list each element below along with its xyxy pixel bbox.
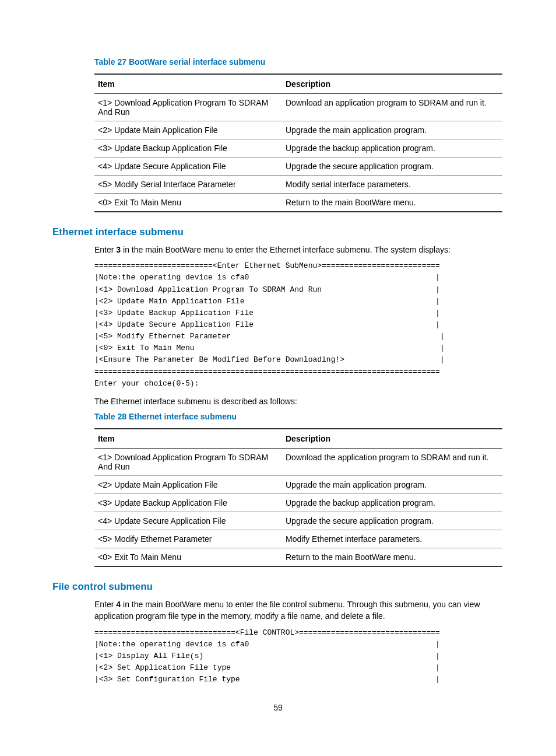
table-row: <5> Modify Ethernet ParameterModify Ethe… xyxy=(94,530,502,548)
table-cell-desc: Modify serial interface parameters. xyxy=(282,176,502,194)
table-28-header-item: Item xyxy=(94,429,282,449)
table-row: <3> Update Backup Application FileUpgrad… xyxy=(94,139,502,158)
table-row: <4> Update Secure Application FileUpgrad… xyxy=(94,158,502,176)
table-cell-item: <0> Exit To Main Menu xyxy=(94,194,282,212)
table-28: Item Description <1> Download Applicatio… xyxy=(94,428,502,567)
table-row: <2> Update Main Application FileUpgrade … xyxy=(94,476,502,494)
table-cell-desc: Upgrade the secure application program. xyxy=(282,512,502,530)
table-cell-desc: Download an application program to SDRAM… xyxy=(282,94,502,121)
table-cell-item: <2> Update Main Application File xyxy=(94,121,282,139)
table-27-caption: Table 27 BootWare serial interface subme… xyxy=(94,57,504,66)
table-cell-item: <1> Download Application Program To SDRA… xyxy=(94,449,282,476)
table-28-caption: Table 28 Ethernet interface submenu xyxy=(94,412,504,421)
ethernet-heading: Ethernet interface submenu xyxy=(52,226,504,238)
table-row: <0> Exit To Main MenuReturn to the main … xyxy=(94,194,502,212)
file-control-heading: File control submenu xyxy=(52,581,504,593)
table-cell-item: <0> Exit To Main Menu xyxy=(94,548,282,567)
table-cell-item: <3> Update Backup Application File xyxy=(94,139,282,158)
table-cell-item: <5> Modify Serial Interface Parameter xyxy=(94,176,282,194)
table-27-header-desc: Description xyxy=(282,74,502,94)
table-cell-item: <2> Update Main Application File xyxy=(94,476,282,494)
ethernet-intro-post: in the main BootWare menu to enter the E… xyxy=(121,245,451,254)
table-row: <5> Modify Serial Interface ParameterMod… xyxy=(94,176,502,194)
file-control-intro-post: in the main BootWare menu to enter the f… xyxy=(94,600,480,621)
table-cell-desc: Upgrade the main application program. xyxy=(282,121,502,139)
table-27: Item Description <1> Download Applicatio… xyxy=(94,74,502,212)
table-row: <0> Exit To Main MenuReturn to the main … xyxy=(94,548,502,567)
file-control-intro-bold: 4 xyxy=(116,600,121,609)
table-cell-item: <4> Update Secure Application File xyxy=(94,158,282,176)
ethernet-terminal: ==========================<Enter Etherne… xyxy=(94,260,504,390)
ethernet-intro: Enter 3 in the main BootWare menu to ent… xyxy=(94,244,504,256)
ethernet-intro-pre: Enter xyxy=(94,245,116,254)
page-number: 59 xyxy=(52,703,504,712)
table-row: <3> Update Backup Application FileUpgrad… xyxy=(94,494,502,512)
table-cell-desc: Download the application program to SDRA… xyxy=(282,449,502,476)
file-control-intro-pre: Enter xyxy=(94,600,116,609)
table-row: <4> Update Secure Application FileUpgrad… xyxy=(94,512,502,530)
table-cell-item: <3> Update Backup Application File xyxy=(94,494,282,512)
table-cell-desc: Upgrade the backup application program. xyxy=(282,494,502,512)
table-cell-desc: Return to the main BootWare menu. xyxy=(282,548,502,567)
table-cell-desc: Upgrade the secure application program. xyxy=(282,158,502,176)
table-cell-desc: Upgrade the backup application program. xyxy=(282,139,502,158)
table-row: <1> Download Application Program To SDRA… xyxy=(94,449,502,476)
table-cell-desc: Return to the main BootWare menu. xyxy=(282,194,502,212)
table-cell-desc: Modify Ethernet interface parameters. xyxy=(282,530,502,548)
table-cell-item: <1> Download Application Program To SDRA… xyxy=(94,94,282,121)
table-row: <2> Update Main Application FileUpgrade … xyxy=(94,121,502,139)
table-cell-desc: Upgrade the main application program. xyxy=(282,476,502,494)
table-row: <1> Download Application Program To SDRA… xyxy=(94,94,502,121)
table-cell-item: <5> Modify Ethernet Parameter xyxy=(94,530,282,548)
table-cell-item: <4> Update Secure Application File xyxy=(94,512,282,530)
file-control-intro: Enter 4 in the main BootWare menu to ent… xyxy=(94,598,504,622)
table-28-header-desc: Description xyxy=(282,429,502,449)
file-control-terminal: ===============================<File CON… xyxy=(94,627,504,686)
ethernet-after: The Ethernet interface submenu is descri… xyxy=(94,396,504,407)
table-27-header-item: Item xyxy=(94,74,282,94)
ethernet-intro-bold: 3 xyxy=(116,245,121,254)
